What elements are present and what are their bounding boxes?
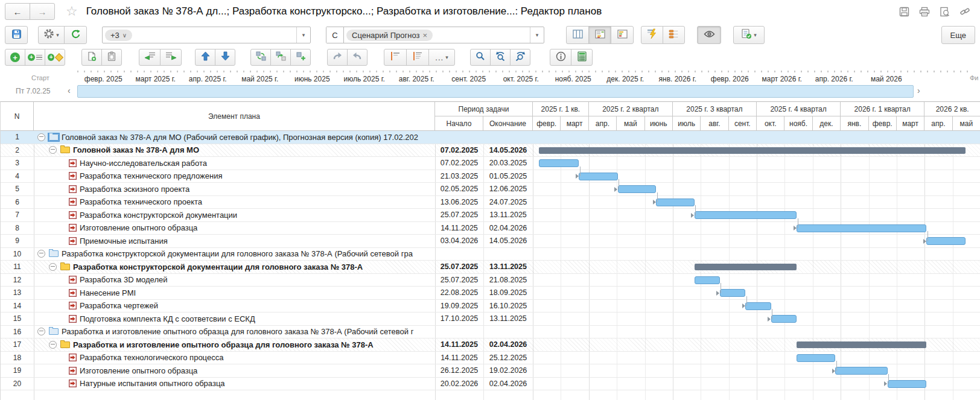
- refresh-button[interactable]: [64, 26, 87, 44]
- month-header-cell[interactable]: июль: [673, 116, 701, 131]
- more-markers-button[interactable]: ... ▾: [428, 49, 455, 66]
- gantt-task-bar[interactable]: [695, 276, 720, 284]
- scenario-tag[interactable]: Сценарий Прогноз×: [346, 30, 433, 41]
- gantt-task-bar[interactable]: [797, 224, 926, 232]
- gantt-task-bar[interactable]: [745, 302, 771, 310]
- back-icon: ←: [13, 7, 22, 17]
- gantt-task-bar[interactable]: [695, 211, 797, 219]
- calculator-button[interactable]: [571, 49, 593, 66]
- link-create-button[interactable]: [270, 49, 291, 66]
- more-button[interactable]: Еще: [941, 26, 975, 44]
- add-button[interactable]: +: [5, 49, 25, 66]
- page-title: Головной заказ № 378-А дл...; Разработка…: [86, 5, 889, 17]
- undo-button[interactable]: [327, 49, 348, 66]
- gantt-task-bar[interactable]: [539, 159, 579, 167]
- back-button[interactable]: ←: [5, 3, 30, 20]
- search-button[interactable]: [470, 49, 491, 66]
- link-icon[interactable]: [959, 7, 970, 17]
- column-header-start[interactable]: Начало: [435, 116, 483, 131]
- month-header-cell[interactable]: нояб.: [784, 116, 812, 131]
- forward-button[interactable]: →: [30, 3, 55, 20]
- gantt-task-bar[interactable]: [579, 173, 617, 180]
- month-header-cell[interactable]: сент.: [729, 116, 757, 131]
- scenario-combo-arrow[interactable]: ▾: [530, 27, 544, 43]
- settings-button[interactable]: ▾: [38, 26, 65, 44]
- timeline-next-arrow[interactable]: ›: [917, 86, 920, 95]
- plans-combobox[interactable]: +3∨ ▾: [102, 27, 311, 43]
- column-header-n[interactable]: N: [1, 102, 34, 131]
- paste-button[interactable]: [101, 49, 122, 66]
- critical-path-button[interactable]: [641, 26, 663, 44]
- set-start-marker-button[interactable]: [384, 49, 407, 66]
- scenario-combobox[interactable]: С Сценарий Прогноз× ▾: [326, 27, 544, 43]
- favorite-star-icon[interactable]: ☆: [66, 5, 78, 18]
- save-button[interactable]: [5, 26, 28, 44]
- timeline-range-bar[interactable]: [77, 85, 914, 98]
- gantt-task-bar[interactable]: [618, 185, 656, 193]
- column-header-element[interactable]: Элемент плана: [34, 102, 435, 131]
- link-connector-line: [928, 231, 928, 241]
- preview-icon[interactable]: [940, 7, 950, 17]
- save-icon[interactable]: [899, 7, 909, 17]
- add-task-button[interactable]: +: [25, 49, 45, 66]
- levels-list-button[interactable]: [663, 26, 685, 44]
- month-header-cell[interactable]: апр.: [924, 116, 952, 131]
- month-header-cell[interactable]: авг.: [701, 116, 728, 131]
- timeline-prev-arrow[interactable]: ‹: [68, 86, 71, 95]
- column-header-end[interactable]: Окончание: [483, 116, 533, 131]
- add-milestone-button[interactable]: +: [45, 49, 65, 66]
- outdent-button[interactable]: [139, 49, 161, 66]
- month-header-cell[interactable]: апр.: [589, 116, 617, 131]
- report-button[interactable]: ▾: [733, 26, 765, 44]
- month-header-cell[interactable]: март: [561, 116, 588, 131]
- quarter-header-cell[interactable]: 2026 2 кв.: [924, 102, 980, 116]
- zoom-group: [470, 49, 530, 66]
- month-header-cell[interactable]: май: [953, 116, 980, 131]
- month-header-cell[interactable]: март: [897, 116, 924, 131]
- column-header-period[interactable]: Период задачи: [435, 102, 533, 116]
- month-header-cell[interactable]: май: [617, 116, 644, 131]
- scenario-prefix-button[interactable]: С: [326, 27, 344, 43]
- quarter-header-cell[interactable]: 2025 г. 3 квартал: [673, 102, 757, 116]
- info-button[interactable]: [550, 49, 571, 66]
- plans-tag[interactable]: +3∨: [105, 30, 132, 41]
- gantt-task-bar[interactable]: [926, 237, 965, 245]
- gantt-summary-bar[interactable]: [695, 264, 797, 270]
- quarter-header-cell[interactable]: 2026 г. 1 квартал: [841, 102, 924, 116]
- link-arrow-icon: [716, 291, 719, 296]
- zoom-prev-button[interactable]: [490, 49, 511, 66]
- month-header-cell[interactable]: окт.: [757, 116, 784, 131]
- gantt-task-bar[interactable]: [797, 354, 835, 362]
- link-add-button[interactable]: [290, 49, 311, 66]
- copy-button[interactable]: [81, 49, 102, 66]
- month-header-cell[interactable]: июнь: [645, 116, 673, 131]
- move-down-button[interactable]: [215, 49, 235, 66]
- gantt-task-bar[interactable]: [771, 315, 797, 323]
- gantt-task-bar[interactable]: [656, 198, 695, 206]
- gantt-task-bar[interactable]: [888, 380, 926, 388]
- close-icon[interactable]: ×: [422, 31, 427, 40]
- indent-button[interactable]: [160, 49, 182, 66]
- month-header-cell[interactable]: янв.: [841, 116, 868, 131]
- month-header-cell[interactable]: февр.: [533, 116, 561, 131]
- month-header-cell[interactable]: дек.: [813, 116, 841, 131]
- gantt-task-bar[interactable]: [720, 289, 746, 297]
- gantt-task-bar[interactable]: [835, 367, 888, 375]
- month-header-cell[interactable]: февр.: [869, 116, 897, 131]
- set-level-marker-button[interactable]: [406, 49, 429, 66]
- link-swap-button[interactable]: [250, 49, 271, 66]
- plans-combo-arrow[interactable]: ▾: [296, 27, 310, 43]
- view-table-gantt-button[interactable]: [588, 26, 611, 44]
- quarter-header-cell[interactable]: 2025 г. 2 квартал: [589, 102, 673, 116]
- quarter-header-cell[interactable]: 2025 г. 1 кв.: [533, 102, 589, 116]
- gantt-summary-bar[interactable]: [539, 147, 966, 154]
- move-up-button[interactable]: [195, 49, 215, 66]
- redo-button[interactable]: [347, 49, 368, 66]
- gantt-summary-bar[interactable]: [797, 341, 926, 348]
- visibility-button[interactable]: [697, 26, 721, 44]
- zoom-next-button[interactable]: [510, 49, 530, 66]
- view-gantt-button[interactable]: [611, 26, 634, 44]
- quarter-header-cell[interactable]: 2025 г. 4 квартал: [757, 102, 841, 116]
- print-icon[interactable]: [919, 7, 930, 17]
- view-columns-button[interactable]: [566, 26, 589, 44]
